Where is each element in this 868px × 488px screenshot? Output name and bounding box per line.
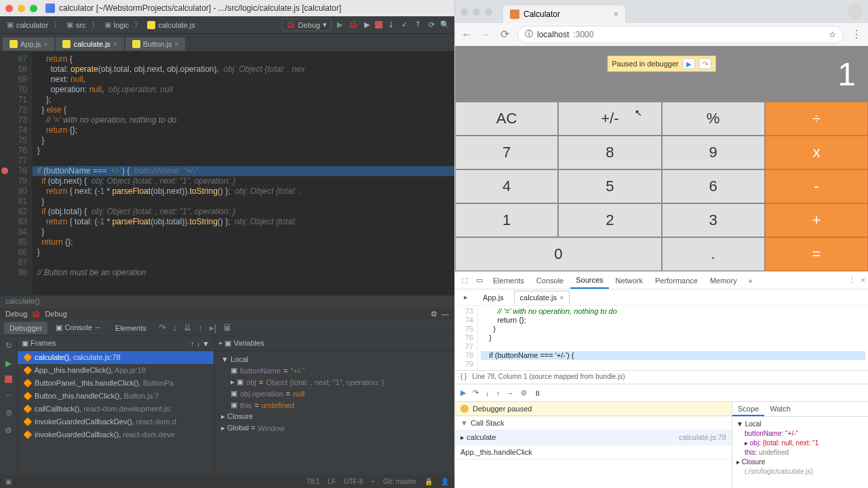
resume-icon[interactable]: ▶	[683, 58, 695, 69]
stop-icon[interactable]	[375, 21, 382, 28]
line-sep[interactable]: LF	[328, 478, 336, 485]
calc-button-9[interactable]: 9	[662, 136, 765, 169]
callstack-frame[interactable]: App._this.handleClick	[455, 445, 732, 460]
git-branch[interactable]: Git: master	[383, 478, 416, 485]
tab-elements[interactable]: Elements	[110, 322, 152, 334]
tab-app-js[interactable]: App.js×	[3, 37, 54, 51]
step-icon[interactable]: →	[507, 389, 514, 397]
close-icon[interactable]: ×	[559, 293, 564, 302]
calc-button-5[interactable]: 5	[558, 169, 661, 203]
tab-memory[interactable]: Memory	[705, 273, 743, 288]
calc-button-+/-[interactable]: +/-↖	[558, 102, 661, 136]
indent[interactable]: ÷	[372, 478, 376, 485]
calc-button-6[interactable]: 6	[662, 169, 765, 203]
tab-performance[interactable]: Performance	[650, 273, 703, 288]
next-frame-icon[interactable]: ↓	[197, 340, 201, 348]
mute-breakpoints-icon[interactable]: ⊘	[3, 407, 14, 418]
profile-avatar[interactable]	[848, 4, 863, 19]
scope-tree[interactable]: ▼ Local buttonName: "+/-"▸ obj: {total: …	[732, 417, 868, 488]
variable-row[interactable]: ▣ buttonName = "+/-"	[218, 365, 450, 376]
window-controls[interactable]	[5, 5, 37, 12]
evaluate-icon[interactable]: 🖩	[223, 323, 232, 333]
step-over-icon[interactable]: ↷	[699, 58, 711, 69]
window-controls[interactable]	[460, 8, 492, 16]
tab-button-js[interactable]: Button.js×	[125, 37, 186, 51]
resume-icon[interactable]: ▶	[3, 358, 14, 369]
stack-frame[interactable]: 🔶 invokeGuardedCallbackDev(), react-dom.…	[18, 415, 214, 428]
inspector-icon[interactable]: 👤	[441, 478, 449, 485]
file-app-js[interactable]: App.js	[477, 291, 510, 304]
step-into-icon[interactable]: ↓	[486, 389, 490, 397]
devtools-menu-icon[interactable]: ⋮	[848, 276, 856, 285]
variable-row[interactable]: ▣ this = undefined	[218, 399, 450, 411]
file-calculate-js[interactable]: calculate.js×	[514, 291, 570, 304]
address-bar[interactable]: ⓘ localhost:3000 ☆	[517, 26, 844, 43]
stack-frame[interactable]: 🔶 invokeGuardedCallback(), react-dom.dev…	[18, 428, 214, 441]
tab-console[interactable]: Console	[531, 273, 569, 288]
inspect-icon[interactable]: ⬚	[458, 276, 471, 285]
resume-icon[interactable]: ▶	[460, 388, 466, 397]
calc-button-.[interactable]: .	[662, 237, 765, 271]
minimize-icon[interactable]: —	[441, 310, 449, 318]
close-tab-icon[interactable]: ×	[614, 9, 618, 19]
calc-button-4[interactable]: 4	[455, 169, 558, 203]
back-icon[interactable]: ←	[460, 28, 473, 41]
calc-button-0[interactable]: 0	[455, 237, 662, 271]
tab-calculate-js[interactable]: calculate.js×	[56, 37, 123, 51]
calc-button-AC[interactable]: AC	[455, 102, 558, 136]
tab-debugger[interactable]: Debugger	[4, 322, 47, 334]
calc-button-2[interactable]: 2	[558, 203, 661, 237]
calc-button-7[interactable]: 7	[455, 136, 558, 169]
stack-frame[interactable]: 🔶 Button._this.handleClick(), Button.js:…	[18, 390, 214, 403]
pause-exceptions-icon[interactable]: ⏸	[534, 389, 541, 397]
add-watch-icon[interactable]: +	[218, 339, 222, 347]
code-editor[interactable]: 6768697071727374757677787980818283848586…	[0, 52, 454, 296]
step-into-icon[interactable]: ↓	[173, 323, 178, 333]
stop-icon[interactable]	[5, 375, 12, 383]
run-to-cursor-icon[interactable]: ▸|	[210, 323, 216, 333]
tool-window-icon[interactable]: ▣	[5, 478, 12, 485]
reload-icon[interactable]: ⟳	[498, 28, 511, 41]
site-info-icon[interactable]: ⓘ	[525, 28, 533, 40]
tab-scope[interactable]: Scope	[732, 402, 764, 416]
tab-network[interactable]: Network	[610, 273, 648, 288]
calc-button-3[interactable]: 3	[662, 203, 765, 237]
run-config-selector[interactable]: 🐞 Debug ▾	[281, 18, 332, 31]
calc-button--[interactable]: -	[765, 169, 868, 203]
encoding[interactable]: UTF-8	[344, 478, 363, 485]
view-breakpoints-icon[interactable]: ◦◦	[3, 390, 14, 401]
editor-code[interactable]: return { total: operate(obj.total, obj.n…	[33, 52, 454, 296]
prev-frame-icon[interactable]: ↑	[191, 340, 195, 348]
calc-button-+[interactable]: +	[765, 203, 868, 237]
step-out-icon[interactable]: ↑	[198, 323, 203, 333]
crumb-project[interactable]: ▣calculator	[4, 19, 51, 30]
settings-icon[interactable]: ⚙	[3, 425, 14, 436]
vcs-push-icon[interactable]: ⤒	[412, 20, 423, 29]
variable-row[interactable]: ▣ obj.operation = null	[218, 388, 450, 399]
debug-icon[interactable]: 🐞	[348, 20, 359, 29]
navigator-icon[interactable]: ▸	[459, 293, 473, 302]
close-devtools-icon[interactable]: ×	[861, 276, 865, 285]
gear-icon[interactable]: ⚙	[431, 310, 437, 319]
more-tabs-icon[interactable]: »	[744, 277, 757, 285]
close-icon[interactable]: ×	[44, 41, 48, 48]
forward-icon[interactable]: →	[479, 28, 492, 41]
calc-button-x[interactable]: x	[765, 136, 868, 169]
editor-gutter[interactable]: 6768697071727374757677787980818283848586…	[0, 52, 33, 296]
history-icon[interactable]: ⟳	[426, 20, 437, 29]
callstack-frame[interactable]: ▸ calculatecalculate.js:78	[455, 430, 732, 445]
calc-button-÷[interactable]: ÷	[765, 102, 868, 136]
force-step-into-icon[interactable]: ⇊	[184, 323, 191, 333]
crumb-file[interactable]: calculate.js	[144, 20, 197, 30]
variable-list[interactable]: ▼ Local ▣ buttonName = "+/-"▸ ▣ obj = Ob…	[214, 351, 454, 474]
run-icon[interactable]: ▶	[334, 20, 345, 29]
minimize-icon[interactable]	[18, 5, 25, 12]
stack-frame[interactable]: 🔶 calculate(), calculate.js:78	[18, 351, 214, 364]
vcs-commit-icon[interactable]: ✓	[399, 20, 410, 29]
search-icon[interactable]: 🔍	[439, 20, 450, 29]
close-icon[interactable]	[5, 5, 13, 12]
device-icon[interactable]: ▭	[473, 276, 486, 285]
stack-frame[interactable]: 🔶 ButtonPanel._this.handleClick(), Butto…	[18, 377, 214, 390]
close-icon[interactable]: ×	[175, 41, 179, 48]
step-over-icon[interactable]: ↷	[473, 388, 479, 397]
